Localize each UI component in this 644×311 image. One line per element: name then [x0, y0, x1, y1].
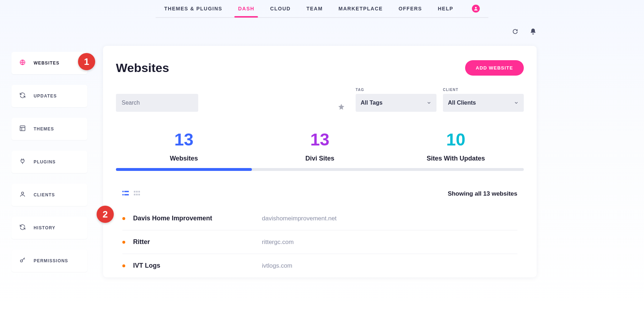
tab-cloud[interactable]: CLOUD: [270, 1, 291, 16]
site-url: davishomeimprovement.net: [262, 215, 337, 222]
sidebar-item-label: UPDATES: [34, 94, 57, 99]
stat-sites-updates-label: Sites With Updates: [388, 155, 524, 162]
annotation-badge-1: 1: [78, 53, 95, 70]
showing-count: Showing all 13 websites: [448, 190, 517, 197]
sidebar-item-label: THEMES: [34, 126, 54, 131]
layout-icon: [19, 125, 26, 133]
tab-team[interactable]: TEAM: [306, 1, 323, 16]
svg-rect-8: [124, 194, 129, 196]
tab-help[interactable]: HELP: [438, 1, 453, 16]
svg-rect-6: [124, 191, 129, 192]
refresh-icon: [19, 92, 26, 100]
site-list: Davis Home Improvement davishomeimprovem…: [116, 207, 524, 277]
table-row[interactable]: Ritter rittergc.com: [122, 230, 517, 254]
site-name: Davis Home Improvement: [133, 215, 262, 222]
svg-rect-13: [136, 194, 138, 196]
star-toggle-icon[interactable]: [338, 103, 345, 112]
status-dot-icon: [122, 264, 125, 267]
stat-websites-value: 13: [116, 131, 252, 148]
sidebar-item-permissions[interactable]: PERMISSIONS: [11, 250, 87, 272]
site-url: rittergc.com: [262, 239, 294, 246]
client-select-value: All Clients: [448, 100, 476, 106]
stats-tab-underline: [116, 168, 524, 171]
filter-row: TAG All Tags CLIENT All Clients: [116, 88, 524, 112]
main-header: Websites ADD WEBSITE: [116, 60, 524, 76]
svg-rect-7: [122, 194, 124, 196]
stat-websites[interactable]: 13 Websites: [116, 131, 252, 171]
list-toolbar: Showing all 13 websites: [116, 190, 524, 197]
site-name: IVT Logs: [133, 262, 262, 269]
sidebar-item-label: HISTORY: [34, 225, 55, 230]
stat-divi-sites[interactable]: 13 Divi Sites: [252, 131, 388, 171]
svg-rect-12: [134, 194, 136, 196]
annotation-badge-2: 2: [97, 206, 114, 223]
grid-view-icon[interactable]: [134, 191, 140, 197]
tab-offers[interactable]: OFFERS: [399, 1, 422, 16]
sidebar-item-themes[interactable]: THEMES: [11, 118, 87, 140]
sidebar: WEBSITES UPDATES THEMES PLUGINS CLIENTS …: [11, 52, 87, 272]
tag-filter-label: TAG: [356, 88, 436, 92]
table-row[interactable]: Davis Home Improvement davishomeimprovem…: [122, 207, 517, 230]
tab-marketplace[interactable]: MARKETPLACE: [338, 1, 383, 16]
refresh-icon[interactable]: [512, 28, 519, 37]
svg-rect-11: [138, 191, 140, 193]
stat-divi-sites-label: Divi Sites: [252, 155, 388, 162]
main-panel: Websites ADD WEBSITE TAG All Tags CLIENT…: [103, 46, 537, 277]
svg-rect-2: [20, 126, 25, 131]
chevron-down-icon: [514, 100, 519, 105]
add-website-button[interactable]: ADD WEBSITE: [465, 60, 524, 76]
status-dot-icon: [122, 217, 125, 220]
table-row[interactable]: IVT Logs ivtlogs.com: [122, 254, 517, 277]
site-name: Ritter: [133, 238, 262, 246]
tag-filter: TAG All Tags: [356, 88, 436, 112]
sidebar-item-updates[interactable]: UPDATES: [11, 85, 87, 107]
page-title: Websites: [116, 61, 169, 75]
bell-icon[interactable]: [530, 28, 537, 37]
svg-point-0: [475, 7, 477, 9]
sidebar-item-label: PLUGINS: [34, 159, 56, 164]
refresh-icon: [19, 224, 26, 232]
global-action-icons: [512, 28, 537, 37]
tag-select[interactable]: All Tags: [356, 94, 436, 112]
sidebar-item-clients[interactable]: CLIENTS: [11, 184, 87, 206]
tab-themes-plugins[interactable]: THEMES & PLUGINS: [164, 1, 222, 16]
list-view-icon[interactable]: [122, 191, 129, 197]
sidebar-item-label: CLIENTS: [34, 192, 55, 197]
client-filter: CLIENT All Clients: [443, 88, 524, 112]
site-url: ivtlogs.com: [262, 262, 292, 269]
stat-sites-updates[interactable]: 10 Sites With Updates: [388, 131, 524, 171]
status-dot-icon: [122, 241, 125, 244]
user-avatar-icon[interactable]: [472, 5, 480, 13]
stats-row: 13 Websites 13 Divi Sites 10 Sites With …: [116, 131, 524, 171]
sidebar-item-label: WEBSITES: [34, 61, 59, 66]
tag-select-value: All Tags: [361, 100, 382, 106]
stat-sites-updates-value: 10: [388, 131, 524, 148]
key-icon: [19, 257, 26, 265]
svg-point-4: [20, 260, 23, 262]
sidebar-item-websites[interactable]: WEBSITES: [11, 52, 87, 74]
svg-point-3: [21, 192, 24, 194]
top-nav-inner: THEMES & PLUGINS DASH CLOUD TEAM MARKETP…: [164, 1, 480, 16]
svg-rect-9: [134, 191, 136, 193]
search-input[interactable]: [116, 94, 198, 112]
stat-websites-label: Websites: [116, 155, 252, 162]
sidebar-item-label: PERMISSIONS: [34, 258, 68, 263]
sidebar-item-history[interactable]: HISTORY: [11, 217, 87, 239]
sidebar-item-plugins[interactable]: PLUGINS: [11, 151, 87, 173]
user-icon: [19, 191, 26, 199]
plug-icon: [19, 158, 26, 166]
globe-icon: [19, 59, 26, 67]
svg-rect-10: [136, 191, 138, 193]
view-toggles: [122, 191, 140, 197]
svg-rect-5: [122, 191, 124, 192]
chevron-down-icon: [426, 100, 431, 105]
svg-rect-14: [138, 194, 140, 196]
stat-divi-sites-value: 13: [252, 131, 388, 148]
top-nav: THEMES & PLUGINS DASH CLOUD TEAM MARKETP…: [156, 0, 488, 18]
client-filter-label: CLIENT: [443, 88, 524, 92]
tab-dash[interactable]: DASH: [238, 1, 254, 16]
client-select[interactable]: All Clients: [443, 94, 524, 112]
